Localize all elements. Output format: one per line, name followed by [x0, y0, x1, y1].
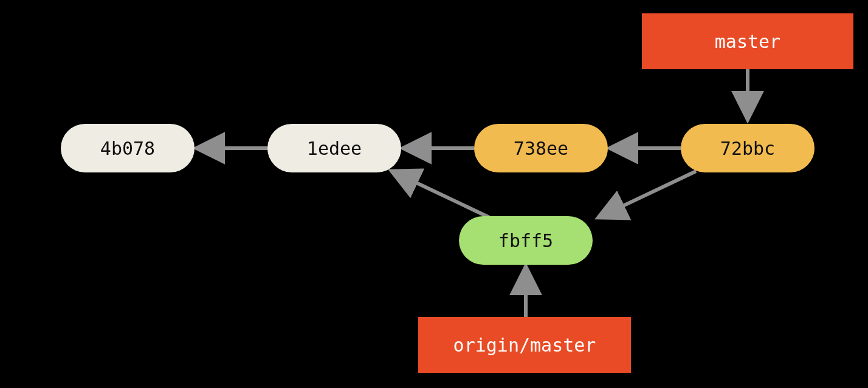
commit-fbff5-label: fbff5 [498, 230, 553, 251]
ref-master: master [642, 13, 853, 69]
commit-1edee: 1edee [267, 124, 401, 172]
commit-1edee-label: 1edee [307, 138, 362, 159]
commit-738ee-label: 738ee [514, 138, 568, 159]
ref-origin-master-label: origin/master [453, 335, 596, 356]
edge-fbff5-to-1edee [392, 171, 489, 217]
git-graph-diagram: master 4b078 1edee 738ee 72bbc fbff5 ori… [0, 0, 868, 388]
commit-fbff5: fbff5 [459, 216, 593, 265]
edge-72bbc-to-fbff5 [599, 171, 696, 217]
commit-4b078: 4b078 [61, 124, 195, 172]
ref-origin-master: origin/master [418, 317, 631, 373]
commit-4b078-label: 4b078 [100, 138, 155, 159]
commit-72bbc: 72bbc [681, 124, 815, 172]
commit-72bbc-label: 72bbc [720, 138, 775, 159]
ref-master-label: master [715, 31, 780, 52]
commit-738ee: 738ee [474, 124, 608, 172]
